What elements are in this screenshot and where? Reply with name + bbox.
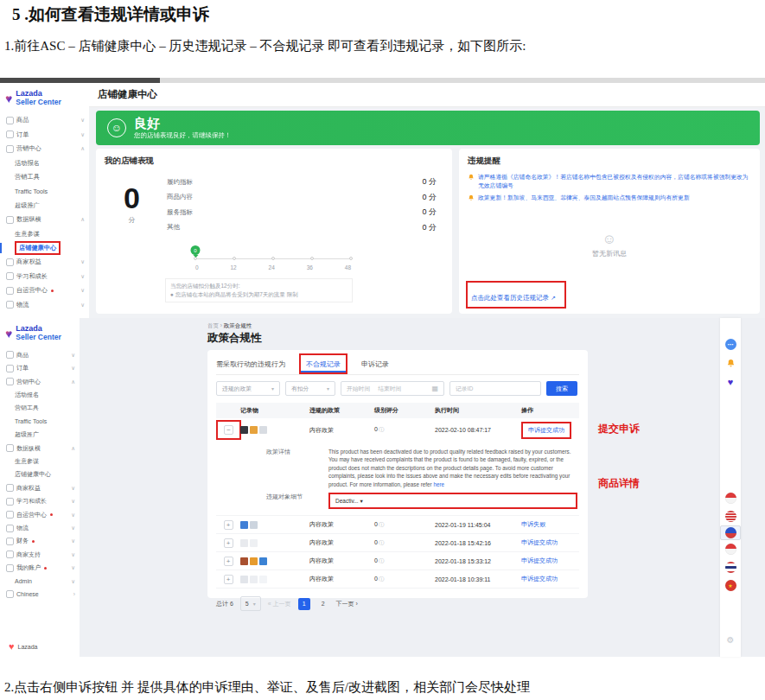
product-thumbnail (240, 539, 248, 547)
expand-button[interactable]: + (224, 520, 233, 530)
menu-icon (6, 301, 14, 309)
sidebar-item[interactable]: Traffic Tools (0, 184, 89, 198)
chevron-icon: ∨ (71, 564, 75, 571)
expand-button[interactable]: + (224, 575, 233, 584)
page-size-select[interactable]: 5 ▾ (240, 596, 261, 611)
sidebar-item[interactable]: 生意参谋 (0, 226, 89, 240)
history-records-link[interactable]: 点击此处查看历史违规记录 (471, 294, 549, 302)
sidebar-item[interactable]: 学习和成长 ∨ (0, 495, 80, 508)
menu-icon (6, 511, 14, 519)
sidebar-item[interactable]: 我的账户 ∨ (0, 561, 80, 574)
next-page-button[interactable]: 下一页 › (336, 600, 358, 608)
prev-page-button[interactable]: « 上一页 (268, 600, 291, 608)
lazada-heart-icon: ♥ (5, 328, 12, 340)
score-filter-select[interactable]: 有扣分 ▾ (285, 381, 335, 396)
table-rows: + 内容政策 0ⓘ 2022-01-19 11:45:04 申诉失败 (216, 516, 579, 589)
sidebar-item[interactable]: 学习和成长 ∨ (0, 270, 89, 283)
search-button[interactable]: 搜索 (546, 381, 577, 396)
tab[interactable]: 需采取行动的违规行为 (216, 353, 285, 374)
sidebar-item[interactable]: 店铺健康中心 (0, 241, 89, 255)
sidebar-item[interactable]: 商家权益 ∨ (0, 255, 89, 269)
table-row: + 内容政策 0ⓘ 2022-01-19 11:45:04 申诉失败 (216, 516, 579, 534)
sidebar-item[interactable]: 订单 ∨ (0, 362, 80, 375)
chat-icon[interactable]: ⋯ (725, 339, 736, 350)
metric-row: 商品内容 0 分 (167, 190, 437, 206)
sidebar-item[interactable]: 超级推广 (0, 199, 89, 213)
alert-item[interactable]: 请严格遵循《店铺命名政策》！若店铺名称中包含已被授权及有侵权的内容，店铺名称或将… (468, 173, 751, 190)
collapse-button[interactable]: − (224, 425, 233, 435)
expand-button[interactable]: + (224, 538, 233, 548)
policy-filter-select[interactable]: 违规的政策 ▾ (216, 381, 280, 396)
notification-bell-icon[interactable] (725, 358, 736, 369)
sidebar-item[interactable]: 活动报名 (0, 156, 89, 169)
tab[interactable]: 申诉记录 (361, 353, 389, 374)
product-thumbnail (240, 426, 248, 434)
expand-button[interactable]: + (224, 557, 233, 566)
sidebar-item[interactable]: 自运营中心 ∨ (0, 283, 89, 297)
col-action: 操作 (521, 406, 579, 415)
sidebar-item[interactable]: 营销中心 ∧ (0, 142, 89, 156)
lazada-heart-icon[interactable]: ♥ (725, 376, 736, 387)
sidebar-item[interactable]: 生意参谋 (0, 455, 80, 468)
table-row: + 内容政策 0ⓘ 2022-01-18 15:33:12 申诉提交成功 (216, 552, 579, 570)
menu-icon (6, 130, 14, 138)
page-1-button[interactable]: 1 (298, 598, 310, 610)
date-range-picker[interactable]: 开始时间 结束时间 ▦ (341, 381, 444, 396)
sidebar-item[interactable]: 物流 ∨ (0, 297, 89, 311)
sidebar-item[interactable]: 营销工具 (0, 170, 89, 184)
appeal-status-link[interactable]: 申诉提交成功 (521, 557, 558, 563)
sidebar-item[interactable]: 营销工具 (0, 402, 80, 415)
country-flag-button[interactable]: ★ (720, 576, 741, 595)
sidebar-item[interactable]: 商品 ∨ (0, 348, 80, 361)
chevron-icon: ∨ (71, 551, 75, 558)
sidebar-item[interactable]: 商家支持 ∨ (0, 548, 80, 561)
sidebar-item[interactable]: 订单 ∨ (0, 128, 89, 142)
appeal-status-link[interactable]: 申诉提交成功 (528, 427, 564, 433)
chevron-down-icon: ▾ (327, 385, 329, 391)
sidebar-item[interactable]: 数据纵横 ∧ (0, 213, 89, 226)
enforcement-time: 2022-01-18 10:39:11 (435, 576, 521, 582)
violation-object-value[interactable]: Deactiv... ▾ (335, 498, 363, 505)
filter-bar: 违规的政策 ▾ 有扣分 ▾ 开始时间 结束时间 ▦ (216, 381, 579, 396)
tab[interactable]: 不合规记录 (299, 353, 347, 374)
sidebar-item[interactable]: 商家权益 ∨ (0, 481, 80, 494)
bell-icon (468, 194, 475, 201)
country-flag-icon (725, 544, 736, 555)
sidebar-item[interactable]: 超级推广 (0, 429, 80, 442)
country-flag-button[interactable] (720, 507, 741, 525)
col-record: 记录物 (240, 406, 309, 415)
chevron-icon: ∨ (71, 498, 75, 505)
country-flag-icon (725, 562, 736, 573)
menu-icon (6, 378, 14, 385)
country-flag-button[interactable] (720, 525, 741, 540)
sidebar-item[interactable]: Chinese › (0, 588, 80, 601)
sidebar-item[interactable]: Traffic Tools (0, 415, 80, 428)
sidebar-item[interactable]: Admin ∨ (0, 575, 80, 588)
country-flag-button[interactable] (720, 489, 741, 507)
new-dot-badge (50, 513, 53, 516)
appeal-status-link[interactable]: 申诉失败 (521, 521, 545, 527)
sidebar-item[interactable]: 活动报名 (0, 388, 80, 401)
more-info-link[interactable]: here (433, 481, 444, 487)
sidebar-item[interactable]: 物流 ∨ (0, 521, 80, 534)
country-flag-icon (725, 493, 736, 504)
appeal-status-link[interactable]: 申诉提交成功 (521, 539, 558, 545)
alert-item[interactable]: 政策更新！新加坡、马来西亚、菲律宾、泰国及越南站点预售保障规则均有所更新 (468, 194, 751, 202)
country-flag-button[interactable] (720, 558, 741, 576)
sidebar-item[interactable]: 财务 ∨ (0, 535, 80, 548)
record-id-input[interactable] (449, 381, 541, 396)
sidebar-item[interactable]: 店铺健康中心 (0, 468, 80, 481)
sidebar-menu: 商品 ∨ 订单 ∨ (0, 113, 89, 311)
sidebar-item[interactable]: 商品 ∨ (0, 113, 89, 127)
sidebar-item[interactable]: 数据纵横 ∧ (0, 442, 80, 455)
external-link-icon: ↗ (551, 295, 556, 301)
country-flag-button[interactable] (720, 540, 741, 558)
sidebar-item[interactable]: 营销中心 ∧ (0, 375, 80, 388)
page-2-button[interactable]: 2 (317, 598, 329, 610)
gear-icon[interactable]: ⚙ (727, 635, 735, 645)
appeal-status-link[interactable]: 申诉提交成功 (521, 576, 558, 582)
sidebar-item[interactable]: 自运营中心 ∨ (0, 508, 80, 521)
slider-track: 0 (195, 258, 351, 259)
doc-heading: 5 .如何查看违规详情或申诉 (12, 3, 209, 26)
right-rail: ⋯ ♥ (720, 318, 741, 657)
